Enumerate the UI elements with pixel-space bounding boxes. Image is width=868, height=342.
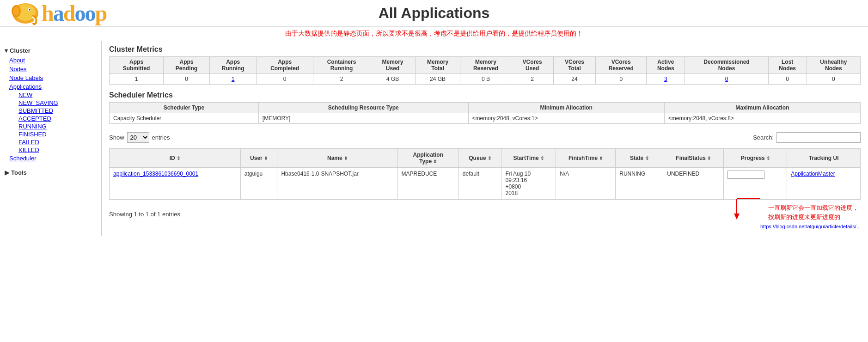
cm-header-pending: AppsPending [164,57,210,74]
cluster-metrics-table: AppsSubmitted AppsPending AppsRunning Ap… [109,56,861,85]
sidebar: ▾ Cluster About Nodes Node Labels Applic… [0,41,102,236]
progress-bar-container [727,171,764,179]
entries-select[interactable]: 10 20 25 50 100 [127,132,149,143]
sidebar-item-failed[interactable]: FAILED [18,138,97,146]
hadoop-elephant-icon [9,0,42,27]
show-label: Show [109,134,124,141]
sidebar-item-accepted[interactable]: ACCEPTED [18,115,97,122]
cm-val-submitted: 1 [110,74,164,85]
th-finalstatus[interactable]: FinalStatus ⇕ [663,149,724,168]
cm-header-vcores-reserved: VCoresReserved [596,57,647,74]
search-area: Search: [753,132,861,143]
cm-link-decommissioned[interactable]: 0 [725,76,728,82]
tools-label: Tools [11,169,27,176]
cm-val-lost: 0 [768,74,807,85]
app-tracking-link[interactable]: ApplicationMaster [791,171,835,177]
cluster-header[interactable]: ▾ Cluster [5,45,97,56]
cm-header-active-nodes: ActiveNodes [647,57,685,74]
progress-sort-icon: ⇕ [766,156,770,161]
app-tracking-ui: ApplicationMaster [787,168,861,200]
app-name: Hbase0416-1.0-SNAPSHOT.jar [277,168,397,200]
th-queue[interactable]: Queue ⇕ [458,149,501,168]
sm-header-max-alloc: Maximum Allocation [664,103,860,113]
entries-label: entries [152,134,170,141]
scheduler-metrics-row: Capacity Scheduler [MEMORY] <memory:2048… [110,113,861,124]
progress-cell [727,171,783,179]
cm-header-mem-reserved: MemoryReserved [460,57,511,74]
sm-header-resource-type: Scheduling Resource Type [258,103,468,113]
app-state: RUNNING [616,168,663,200]
search-label: Search: [753,134,774,141]
sidebar-item-scheduler[interactable]: Scheduler [9,154,97,163]
state-sort-icon: ⇕ [645,156,649,161]
sidebar-item-killed[interactable]: KILLED [18,146,97,154]
arrow-annotation-text: 一直刷新它会一直加载它的进度，按刷新的进度来更新进度的 [768,203,861,221]
th-starttime[interactable]: StartTime ⇕ [501,149,556,168]
svg-point-5 [29,9,31,10]
search-input[interactable] [776,132,861,143]
th-finishtime[interactable]: FinishTime ⇕ [556,149,616,168]
scheduler-metrics-table: Scheduler Type Scheduling Resource Type … [109,102,861,124]
cm-val-mem-used: 4 GB [370,74,416,85]
cm-header-vcores-total: VCoresTotal [553,57,595,74]
app-queue: default [458,168,501,200]
showing-entries: Showing 1 to 1 of 1 entries [109,208,180,220]
app-final-status: UNDEFINED [663,168,724,200]
cm-val-unhealthy: 0 [807,74,860,85]
tools-arrow-icon: ▶ [5,169,9,176]
th-id[interactable]: ID ⇕ [110,149,241,168]
th-progress[interactable]: Progress ⇕ [724,149,787,168]
th-user[interactable]: User ⇕ [240,149,277,168]
sidebar-item-running[interactable]: RUNNING [18,122,97,130]
cm-val-decommissioned: 0 [685,74,768,85]
th-app-type[interactable]: ApplicationType ⇕ [397,149,458,168]
finish-sort-icon: ⇕ [599,156,603,161]
tools-section: ▶ Tools [5,167,97,178]
sidebar-item-about[interactable]: About [9,56,97,65]
scheduler-metrics-title: Scheduler Metrics [109,91,861,99]
sidebar-item-new[interactable]: NEW [18,91,97,99]
sidebar-item-nodes[interactable]: Nodes [9,65,97,73]
sidebar-item-nodelabels[interactable]: Node Labels [9,73,97,82]
finalstatus-sort-icon: ⇕ [707,156,711,161]
cm-header-running: AppsRunning [209,57,257,74]
sm-val-max-alloc: <memory:2048, vCores:8> [664,113,860,124]
cm-val-vcores-used: 2 [511,74,553,85]
svg-point-3 [13,6,19,16]
sidebar-item-finished[interactable]: FINISHED [18,130,97,138]
sm-val-resource-type: [MEMORY] [258,113,468,124]
footer-link[interactable]: https://blog.csdn.net/atguigu/article/de… [760,224,861,229]
logo-text: hadoop [42,0,106,26]
logo: hadoop [9,0,106,27]
cm-val-containers: 2 [313,74,370,85]
cm-link-running[interactable]: 1 [232,76,235,82]
cm-header-decommissioned: DecommissionedNodes [685,57,768,74]
cluster-section: ▾ Cluster About Nodes Node Labels Applic… [5,45,97,163]
cm-header-mem-used: MemoryUsed [370,57,416,74]
cm-link-active-nodes[interactable]: 3 [664,76,667,82]
start-sort-icon: ⇕ [540,156,544,161]
sidebar-item-new-saving[interactable]: NEW_SAVING [18,99,97,107]
tools-header[interactable]: ▶ Tools [5,167,97,178]
sidebar-item-submitted[interactable]: SUBMITTED [18,107,97,115]
app-id-link[interactable]: application_1533861036690_0001 [113,171,198,177]
name-sort-icon: ⇕ [344,156,348,161]
cm-header-submitted: AppsSubmitted [110,57,164,74]
type-sort-icon: ⇕ [433,159,437,164]
applications-table: ID ⇕ User ⇕ Name ⇕ ApplicationType ⇕ Que… [109,148,861,200]
sm-val-type: Capacity Scheduler [110,113,259,124]
cm-val-mem-reserved: 0 B [460,74,511,85]
app-user: atguigu [240,168,277,200]
cm-header-completed: AppsCompleted [257,57,313,74]
app-finish-time: N/A [556,168,616,200]
app-type: MAPREDUCE [397,168,458,200]
cluster-metrics-title: Cluster Metrics [109,45,861,54]
cm-val-completed: 0 [257,74,313,85]
cm-val-pending: 0 [164,74,210,85]
user-sort-icon: ⇕ [264,156,268,161]
cm-val-mem-total: 24 GB [415,74,460,85]
th-state[interactable]: State ⇕ [616,149,663,168]
sidebar-item-applications[interactable]: Applications [9,82,97,91]
th-tracking[interactable]: Tracking UI [787,149,861,168]
th-name[interactable]: Name ⇕ [277,149,397,168]
